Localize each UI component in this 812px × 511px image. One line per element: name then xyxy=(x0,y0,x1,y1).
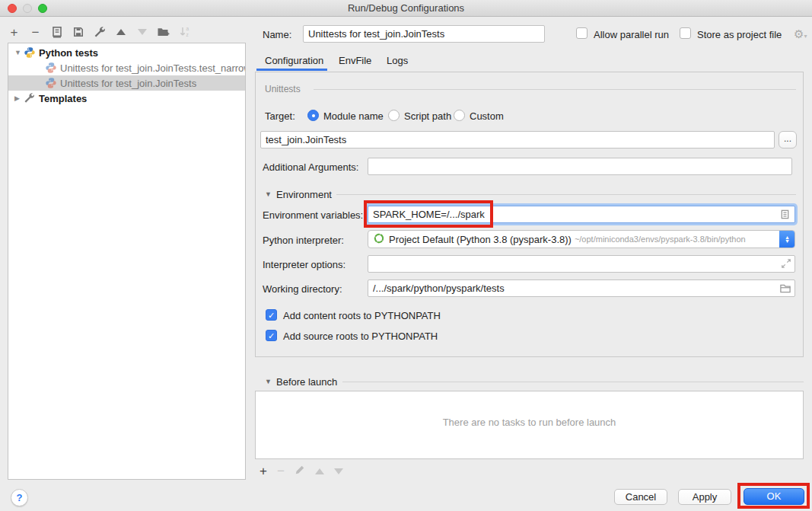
titlebar: Run/Debug Configurations xyxy=(0,0,812,17)
tab-envfile[interactable]: EnvFile xyxy=(339,55,371,66)
tree-item-label: Templates xyxy=(39,93,87,104)
add-source-roots-checkbox[interactable]: ✓ xyxy=(266,330,277,341)
tree-item-unittest-jointests[interactable]: Unittests for test_join.JoinTests xyxy=(8,75,245,91)
radio-script-path[interactable] xyxy=(388,110,400,121)
target-label: Target: xyxy=(265,110,295,122)
combo-stepper-icon[interactable]: ▲▼ xyxy=(779,230,795,248)
unittests-group-label: Unittests xyxy=(265,84,301,94)
add-configuration-button[interactable]: + xyxy=(8,26,21,39)
radio-module-name[interactable] xyxy=(307,110,319,121)
environment-collapse-icon[interactable]: ▼ xyxy=(265,190,272,198)
store-as-project-file-label: Store as project file xyxy=(697,29,782,40)
add-task-button[interactable]: + xyxy=(260,465,267,477)
arrow-up-icon xyxy=(116,29,126,35)
python-tests-icon xyxy=(24,46,36,59)
chevron-down-icon[interactable]: ▼ xyxy=(14,49,24,56)
cancel-button[interactable]: Cancel xyxy=(614,489,667,505)
arrow-down-icon xyxy=(138,29,147,35)
add-content-roots-checkbox[interactable]: ✓ xyxy=(266,309,277,321)
name-label: Name: xyxy=(263,29,291,40)
before-launch-tasks-panel: There are no tasks to run before launch xyxy=(255,391,804,459)
move-task-down-button[interactable] xyxy=(334,468,343,474)
configurations-tree: ▼ Python tests Unittests for test_join.J… xyxy=(8,43,246,480)
tree-item-label: Unittests for test_join.JoinTests.test_n… xyxy=(60,62,245,74)
store-as-project-file-checkbox[interactable] xyxy=(680,27,691,39)
save-configuration-button[interactable] xyxy=(72,26,84,39)
tab-configuration[interactable]: Configuration xyxy=(265,55,323,66)
python-interpreter-label: Python interpreter: xyxy=(263,235,344,246)
configurations-toolbar: + − az xyxy=(8,24,191,40)
tree-item-label: Unittests for test_join.JoinTests xyxy=(60,78,196,89)
tree-item-label: Python tests xyxy=(39,47,98,59)
edit-templates-button[interactable] xyxy=(93,26,106,39)
move-task-up-button[interactable] xyxy=(315,468,324,474)
python-test-icon xyxy=(45,77,57,89)
tab-logs[interactable]: Logs xyxy=(387,55,408,66)
copy-configuration-button[interactable] xyxy=(50,26,63,39)
remove-task-button[interactable]: − xyxy=(277,466,285,476)
environment-variables-input[interactable] xyxy=(368,206,795,223)
edit-task-button[interactable] xyxy=(295,465,305,477)
radio-custom[interactable] xyxy=(454,110,465,121)
allow-parallel-run-checkbox[interactable] xyxy=(576,27,588,39)
radio-module-name-label: Module name xyxy=(323,110,384,122)
module-name-input[interactable] xyxy=(260,131,775,149)
radio-custom-label: Custom xyxy=(470,110,504,122)
tree-item-python-tests[interactable]: ▼ Python tests xyxy=(8,45,245,60)
tree-item-unittest-narrow[interactable]: Unittests for test_join.JoinTests.test_n… xyxy=(8,60,245,75)
environment-variables-label: Environment variables: xyxy=(263,209,363,221)
conda-environment-icon xyxy=(373,232,385,247)
templates-wrench-icon xyxy=(24,92,36,104)
ok-button[interactable]: OK xyxy=(744,488,804,505)
interpreter-options-input[interactable] xyxy=(368,255,795,273)
working-directory-input[interactable] xyxy=(368,279,795,297)
allow-parallel-run-label: Allow parallel run xyxy=(594,29,669,40)
browse-variables-icon[interactable] xyxy=(779,209,791,221)
before-launch-label: Before launch xyxy=(276,376,337,388)
add-source-roots-label: Add source roots to PYTHONPATH xyxy=(283,331,438,342)
svg-text:z: z xyxy=(186,32,188,37)
gear-icon[interactable]: ⚙▾ xyxy=(794,27,807,41)
help-button[interactable]: ? xyxy=(11,489,28,506)
before-launch-toolbar: + − xyxy=(260,465,343,477)
pencil-icon xyxy=(295,465,305,475)
python-interpreter-value: Project Default (Python 3.8 (pyspark-3.8… xyxy=(389,234,572,245)
new-folder-icon xyxy=(157,26,170,38)
environment-group-label: Environment xyxy=(276,189,332,200)
apply-button[interactable]: Apply xyxy=(678,489,731,505)
sort-az-icon: az xyxy=(179,26,191,38)
wrench-icon xyxy=(94,26,106,38)
tree-item-templates[interactable]: ▶ Templates xyxy=(8,91,245,106)
folder-icon[interactable] xyxy=(779,283,791,295)
window-title: Run/Debug Configurations xyxy=(0,2,812,14)
additional-arguments-input[interactable] xyxy=(368,158,792,175)
move-down-button[interactable] xyxy=(135,26,148,39)
python-interpreter-path: ~/opt/miniconda3/envs/pyspark-3.8/bin/py… xyxy=(575,235,746,244)
create-folder-button[interactable] xyxy=(157,26,170,39)
plus-icon: + xyxy=(11,27,18,38)
interpreter-options-label: Interpreter options: xyxy=(263,259,345,270)
group-divider xyxy=(314,89,796,90)
add-content-roots-label: Add content roots to PYTHONPATH xyxy=(283,310,441,321)
copy-icon xyxy=(51,26,63,38)
radio-script-path-label: Script path xyxy=(404,110,451,122)
before-launch-collapse-icon[interactable]: ▼ xyxy=(265,378,272,385)
python-interpreter-select[interactable]: Project Default (Python 3.8 (pyspark-3.8… xyxy=(368,230,795,248)
group-divider xyxy=(336,194,796,195)
minus-icon: − xyxy=(32,27,40,37)
name-input[interactable] xyxy=(303,25,545,43)
expand-field-icon[interactable] xyxy=(781,258,793,270)
move-up-button[interactable] xyxy=(114,26,127,39)
browse-module-button[interactable]: ... xyxy=(779,131,797,149)
group-divider xyxy=(342,382,804,382)
svg-text:a: a xyxy=(186,26,189,31)
active-tab-underline xyxy=(256,69,327,71)
no-tasks-message: There are no tasks to run before launch xyxy=(256,417,803,428)
python-test-icon xyxy=(45,62,57,74)
remove-configuration-button[interactable]: − xyxy=(29,26,42,39)
sort-configurations-button[interactable]: az xyxy=(178,26,191,39)
save-icon xyxy=(72,26,84,38)
additional-arguments-label: Additional Arguments: xyxy=(263,161,358,173)
chevron-right-icon[interactable]: ▶ xyxy=(14,94,24,102)
run-debug-configurations-dialog: Run/Debug Configurations + − az ▼ Pyth xyxy=(0,0,812,511)
